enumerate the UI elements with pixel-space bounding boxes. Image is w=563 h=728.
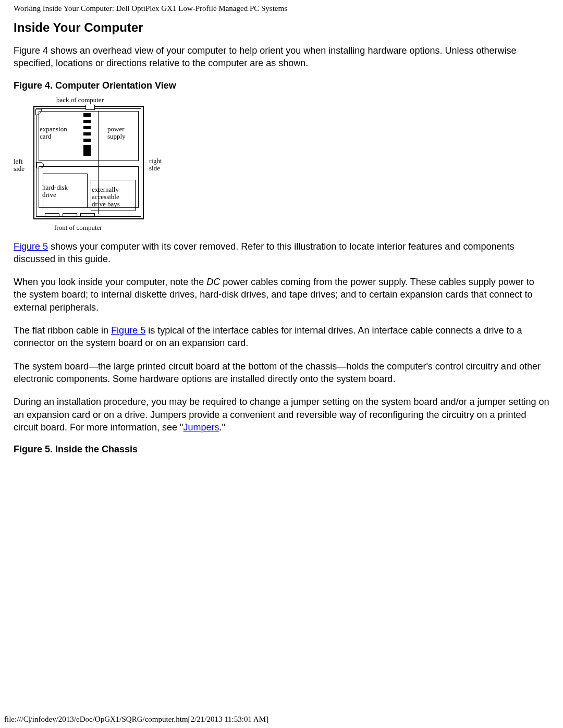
label-drivebays: externally accessible drive bays — [92, 186, 120, 208]
chassis-outline — [33, 106, 144, 219]
front-slots-icon — [45, 211, 112, 216]
page-title: Working Inside Your Computer: Dell OptiP… — [14, 4, 549, 13]
tab-icon — [85, 105, 95, 110]
text: shows your computer with its cover remov… — [14, 241, 514, 264]
dc-term: DC — [206, 277, 220, 287]
riser-card-icon — [83, 113, 91, 156]
figure5-link-2[interactable]: Figure 5 — [111, 325, 145, 336]
paragraph-dc: When you look inside your computer, note… — [14, 276, 549, 314]
text: During an installation procedure, you ma… — [14, 397, 549, 433]
label-power: power supply — [107, 126, 126, 141]
text: ." — [219, 422, 225, 433]
label-left: left side — [14, 158, 25, 173]
document-page: Working Inside Your Computer: Dell OptiP… — [0, 0, 563, 455]
text: The flat ribbon cable in — [14, 325, 111, 336]
figure5-caption: Figure 5. Inside the Chassis — [14, 444, 549, 455]
label-back: back of computer — [56, 96, 104, 104]
paragraph-sysboard: The system board—the large printed circu… — [14, 360, 549, 386]
paragraph-fig5ref: Figure 5 shows your computer with its co… — [14, 240, 549, 266]
text: When you look inside your computer, note… — [14, 277, 206, 287]
figure4-diagram: back of computer left side right side fr… — [14, 96, 175, 231]
footer-path: file:///C|/infodev/2013/eDoc/OpGX1/SQRG/… — [4, 715, 268, 724]
label-right: right side — [149, 157, 162, 172]
label-expansion: expansion card — [40, 126, 67, 141]
label-hdd: hard-disk drive — [42, 184, 68, 199]
section-heading: Inside Your Computer — [14, 20, 549, 35]
figure4-caption: Figure 4. Computer Orientation View — [14, 80, 549, 91]
paragraph-jumpers: During an installation procedure, you ma… — [14, 396, 549, 434]
jumpers-link[interactable]: Jumpers — [183, 422, 219, 433]
figure5-link[interactable]: Figure 5 — [14, 241, 48, 252]
paragraph-intro: Figure 4 shows an overhead view of your … — [14, 44, 549, 70]
label-front: front of computer — [54, 224, 102, 231]
paragraph-ribbon: The flat ribbon cable in Figure 5 is typ… — [14, 324, 549, 350]
